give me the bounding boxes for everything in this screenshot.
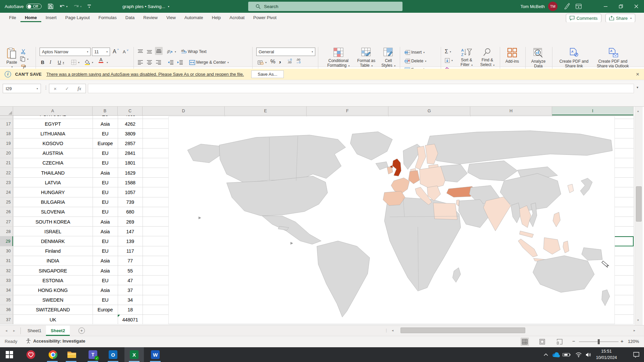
tab-view[interactable]: View [162, 13, 180, 22]
row-header-18[interactable]: 18 [0, 129, 13, 138]
row-header-24[interactable]: 24 [0, 187, 13, 197]
tab-power-pivot[interactable]: Power Pivot [249, 13, 281, 22]
percent-style-button[interactable]: % [270, 58, 275, 66]
undo-icon[interactable]: ▾ [59, 4, 68, 9]
cell-B24[interactable]: EU [93, 187, 118, 197]
increase-indent-button[interactable] [177, 58, 183, 66]
row-header-27[interactable]: 27 [0, 217, 13, 227]
cell-A17[interactable]: EGYPT [13, 119, 93, 129]
col-header-D[interactable]: D [143, 107, 225, 116]
cell-C32[interactable]: 55 [118, 266, 143, 276]
analyze-data-button[interactable]: Analyze Data [527, 47, 549, 68]
col-header-H[interactable]: H [470, 107, 552, 116]
row-header-37[interactable]: 37 [0, 315, 13, 324]
save-as-button[interactable]: Save As... [251, 70, 284, 78]
cell-C17[interactable]: 4262 [118, 119, 143, 129]
col-header-C[interactable]: C [118, 107, 143, 116]
cell-C26[interactable]: 680 [118, 207, 143, 217]
zoom-in-button[interactable]: + [621, 338, 624, 344]
orientation-button[interactable]: ab ▾ [167, 48, 176, 56]
cell-A21[interactable]: CZECHIA [13, 158, 93, 168]
outlook-icon[interactable]: O [108, 350, 118, 360]
cell-B30[interactable]: EU [93, 246, 118, 256]
row-header-26[interactable]: 26 [0, 207, 13, 217]
start-button[interactable] [4, 350, 14, 360]
zoom-out-button[interactable]: − [572, 338, 575, 344]
user-name[interactable]: Tom McBeth [521, 4, 545, 9]
cell-B23[interactable]: EU [93, 178, 118, 187]
cell-A18[interactable]: LITHUANIA [13, 129, 93, 138]
cell-B35[interactable]: EU [93, 295, 118, 305]
cell-B16[interactable]: EU [93, 116, 118, 119]
minimize-button[interactable] [598, 0, 613, 13]
autosum-button[interactable]: Σ▾ [445, 48, 451, 56]
cell-C24[interactable]: 1057 [118, 187, 143, 197]
cell-B19[interactable]: Europe [93, 138, 118, 148]
cell-C18[interactable]: 3809 [118, 129, 143, 138]
tab-help[interactable]: Help [208, 13, 225, 22]
cell-B27[interactable]: Asia [93, 217, 118, 227]
cell-A29[interactable]: DENMARK [13, 236, 93, 246]
cell-C16[interactable]: 4309 [118, 116, 143, 119]
cell-B28[interactable]: Asia [93, 227, 118, 236]
cell-C36[interactable]: 18 [118, 305, 143, 315]
collapse-formula-bar-icon[interactable]: ▾ [637, 85, 638, 89]
cell-B21[interactable]: EU [93, 158, 118, 168]
cell-C30[interactable]: 117 [118, 246, 143, 256]
cell-A32[interactable]: SINGAPORE [13, 266, 93, 276]
normal-view-button[interactable] [521, 338, 529, 346]
cancel-entry-icon[interactable]: × [54, 86, 57, 92]
accessibility-status[interactable]: Accessibility: Investigate [25, 338, 85, 344]
warning-message-link[interactable]: There was a problem saving and AutoSave … [46, 72, 244, 77]
cell-A22[interactable]: THAILAND [13, 168, 93, 178]
tab-data[interactable]: Data [121, 13, 139, 22]
sort-filter-button[interactable]: AZ Sort & Filter ▾ [457, 47, 476, 68]
col-header-A[interactable]: A [13, 107, 93, 116]
cell-C27[interactable]: 269 [118, 217, 143, 227]
cell-B25[interactable]: EU [93, 197, 118, 207]
cell-A30[interactable]: Finland [13, 246, 93, 256]
vertical-scroll-thumb[interactable] [636, 186, 642, 222]
hscroll-right-icon[interactable]: ▸ [634, 328, 635, 332]
cell-A24[interactable]: HUNGARY [13, 187, 93, 197]
tray-expand-icon[interactable] [541, 350, 551, 360]
row-header-29[interactable]: 29 [0, 236, 13, 246]
font-name-select[interactable]: Aptos Narrow▾ [40, 48, 91, 56]
row-header-33[interactable]: 33 [0, 276, 13, 285]
cell-B34[interactable]: Asia [93, 285, 118, 295]
cell-C22[interactable]: 1629 [118, 168, 143, 178]
find-select-button[interactable]: Find & Select ▾ [478, 47, 497, 68]
tab-review[interactable]: Review [139, 13, 162, 22]
align-right-button[interactable] [156, 58, 161, 66]
cell-A25[interactable]: BULGARIA [13, 197, 93, 207]
increase-decimal-button[interactable]: ←0.00 [287, 58, 292, 66]
wifi-icon[interactable] [574, 350, 584, 360]
clock[interactable]: 15:51 10/01/2024 [591, 348, 622, 361]
name-box[interactable]: I29▾ [3, 84, 41, 93]
comments-button[interactable]: Comments [566, 14, 601, 22]
row-header-23[interactable]: 23 [0, 178, 13, 187]
cell-A35[interactable]: SWEDEN [13, 295, 93, 305]
create-pdf-share-link-button[interactable]: A Create PDF and Share link [555, 47, 592, 68]
decrease-indent-button[interactable] [168, 58, 174, 66]
page-layout-view-button[interactable] [539, 339, 545, 345]
cell-B17[interactable]: Asia [93, 119, 118, 129]
inking-icon[interactable] [564, 3, 570, 10]
col-header-I[interactable]: I [552, 107, 634, 116]
cell-A36[interactable]: SWITZERLAND [13, 305, 93, 315]
customize-qat-icon[interactable]: ▾ [88, 5, 91, 8]
battery-icon[interactable] [561, 350, 572, 360]
font-color-button[interactable]: A [99, 58, 103, 66]
cell-B33[interactable]: EU [93, 276, 118, 285]
cell-A23[interactable]: LATVIA [13, 178, 93, 187]
horizontal-scrollbar[interactable]: ◂ ▸ [390, 327, 637, 334]
ribbon-display-options-icon[interactable] [576, 3, 582, 9]
chrome-icon[interactable] [48, 350, 58, 360]
notification-center-icon[interactable] [631, 350, 641, 360]
namebox-splitter[interactable]: ⋮ [44, 85, 48, 90]
new-sheet-button[interactable]: + [78, 327, 85, 334]
tab-splitter[interactable]: ⋮ [384, 328, 388, 333]
cell-C33[interactable]: 47 [118, 276, 143, 285]
cell-C37[interactable]: 448071 [118, 315, 143, 324]
cell-B29[interactable]: EU [93, 236, 118, 246]
